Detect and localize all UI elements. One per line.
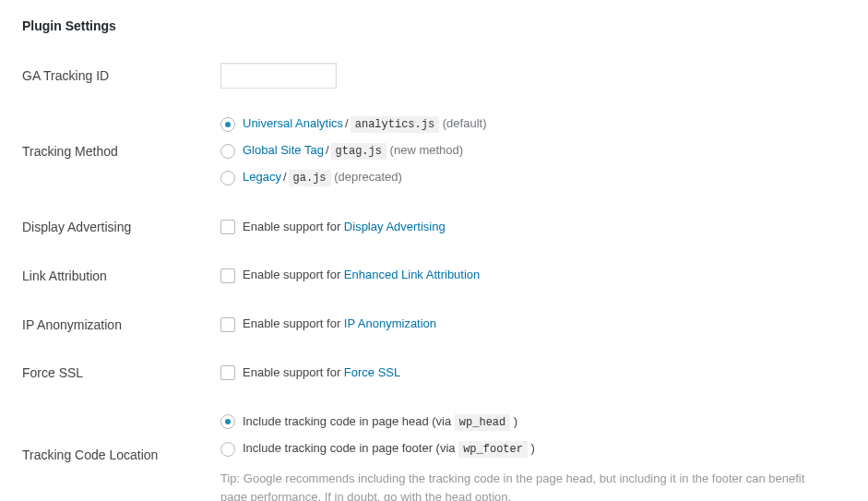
force-ssl-label: Force SSL [22, 349, 220, 398]
checkbox-icon[interactable] [220, 268, 235, 283]
separator: / [345, 114, 349, 134]
ip-anonymization-label: IP Anonymization [22, 300, 220, 349]
location-option-head[interactable]: Include tracking code in page head (via … [220, 409, 846, 435]
location-footer-text-b: ) [528, 441, 535, 455]
location-option-footer[interactable]: Include tracking code in page footer (vi… [220, 435, 846, 462]
tracking-code-location-tip: Tip: Google recommends including the tra… [220, 470, 829, 501]
ip-anonymization-prefix: Enable support for [243, 316, 344, 330]
tracking-method-label: Tracking Method [22, 100, 220, 203]
code-wp-footer: wp_footer [458, 441, 528, 458]
display-advertising-option[interactable]: Enable support for Display Advertising [220, 214, 846, 241]
separator: / [283, 168, 287, 187]
radio-icon[interactable] [220, 117, 235, 132]
code-ga-js: ga.js [289, 170, 331, 186]
universal-analytics-link[interactable]: Universal Analytics [243, 116, 343, 130]
tracking-method-option-legacy[interactable]: Legacy / ga.js (deprecated) [220, 164, 846, 191]
radio-icon[interactable] [220, 414, 235, 429]
radio-icon[interactable] [220, 171, 235, 185]
legacy-link[interactable]: Legacy [243, 170, 281, 184]
display-advertising-label: Display Advertising [22, 203, 220, 252]
code-gtag-js: gtag.js [331, 143, 386, 160]
location-head-text-b: ) [510, 414, 517, 428]
code-wp-head: wp_head [455, 414, 510, 431]
note-new-method: (new method) [390, 143, 463, 157]
settings-table: GA Tracking ID Tracking Method Universal… [22, 52, 846, 501]
force-ssl-link[interactable]: Force SSL [344, 365, 400, 379]
link-attribution-link[interactable]: Enhanced Link Attribution [344, 268, 480, 281]
link-attribution-option[interactable]: Enable support for Enhanced Link Attribu… [220, 262, 846, 289]
force-ssl-option[interactable]: Enable support for Force SSL [220, 360, 846, 387]
note-deprecated: (deprecated) [334, 170, 402, 184]
ip-anonymization-link[interactable]: IP Anonymization [344, 316, 436, 330]
code-analytics-js: analytics.js [351, 116, 439, 133]
link-attribution-prefix: Enable support for [243, 268, 344, 281]
checkbox-icon[interactable] [220, 317, 235, 332]
location-head-text-a: Include tracking code in page head (via [243, 414, 455, 428]
display-advertising-link[interactable]: Display Advertising [344, 220, 446, 233]
radio-icon[interactable] [220, 442, 235, 457]
tracking-code-location-label: Tracking Code Location [22, 398, 220, 501]
ga-tracking-id-label: GA Tracking ID [22, 52, 220, 100]
note-default: (default) [443, 116, 487, 130]
checkbox-icon[interactable] [220, 365, 235, 380]
location-footer-text-a: Include tracking code in page footer (vi… [243, 441, 458, 455]
radio-icon[interactable] [220, 144, 235, 159]
display-advertising-prefix: Enable support for [243, 220, 344, 233]
ip-anonymization-option[interactable]: Enable support for IP Anonymization [220, 311, 846, 338]
link-attribution-label: Link Attribution [22, 251, 220, 300]
ga-tracking-id-input[interactable] [220, 63, 337, 89]
separator: / [326, 141, 329, 161]
page-title: Plugin Settings [22, 18, 846, 33]
tracking-method-option-gtag[interactable]: Global Site Tag / gtag.js (new method) [220, 137, 846, 164]
global-site-tag-link[interactable]: Global Site Tag [243, 143, 324, 157]
force-ssl-prefix: Enable support for [243, 365, 344, 379]
checkbox-icon[interactable] [220, 220, 235, 234]
tracking-method-option-universal[interactable]: Universal Analytics / analytics.js (defa… [220, 111, 846, 137]
